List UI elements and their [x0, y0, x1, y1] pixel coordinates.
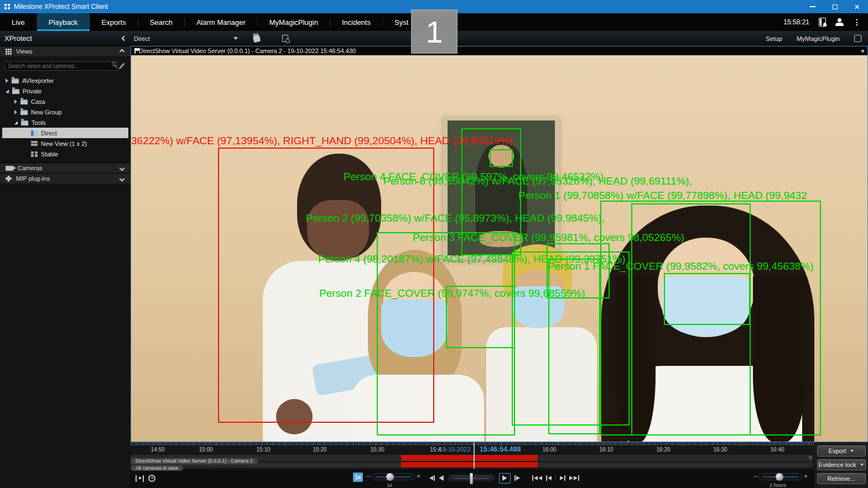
recording-segment[interactable]	[401, 455, 538, 461]
tab-alarm-manager[interactable]: Alarm Manager	[185, 13, 257, 31]
detection-box	[490, 149, 513, 167]
zoom-slider-knob[interactable]	[776, 473, 783, 481]
collapse-arrow-icon[interactable]	[6, 90, 9, 93]
evidence-lock-button[interactable]: Evidence lock	[817, 459, 866, 470]
caret-down-icon	[860, 464, 864, 466]
collapse-pane-icon[interactable]	[122, 36, 127, 41]
app-grid-icon	[4, 4, 10, 9]
view-rows-icon	[31, 141, 38, 146]
speed-badge[interactable]: 1x	[353, 473, 363, 482]
setup-button[interactable]: Setup	[766, 35, 782, 42]
prev-sequence-button[interactable]	[546, 475, 552, 481]
user-icon[interactable]	[835, 18, 844, 26]
search-document-icon[interactable]	[282, 35, 288, 42]
tree-item-label: Casa	[31, 98, 45, 105]
expand-arrow-icon[interactable]	[14, 99, 17, 104]
tree-item-stable[interactable]: Stable	[2, 149, 128, 159]
maximize-button[interactable]	[824, 0, 846, 13]
prev-frame-button[interactable]	[429, 475, 435, 481]
cameras-panel-title: Cameras	[18, 165, 43, 171]
tab-playback[interactable]: Playback	[37, 13, 90, 31]
time-span-clock-icon[interactable]	[148, 475, 155, 482]
camera-tile[interactable]: DirectShow Virtual Video Server (0.0.0.1…	[131, 46, 868, 442]
camera-titlebar: DirectShow Virtual Video Server (0.0.0.1…	[131, 46, 867, 55]
tick-label: 15:20	[313, 447, 326, 453]
tab-search[interactable]: Search	[138, 13, 184, 31]
fullscreen-toggle-icon[interactable]	[854, 35, 861, 42]
shuttle-slider[interactable]	[448, 474, 495, 482]
window-title: Milestone XProtect Smart Client	[14, 3, 108, 11]
minimize-icon	[810, 6, 815, 7]
pane-title: XProtect	[4, 34, 32, 43]
shuttle-handle[interactable]	[470, 473, 473, 484]
collapse-arrow-icon[interactable]	[14, 121, 18, 124]
kebab-menu-icon[interactable]: ⋮	[853, 18, 861, 26]
detection-label-red: 36222%) w/FACE (97,13954%), RIGHT_HAND (…	[131, 135, 516, 147]
timeline-tick-strip[interactable]	[131, 442, 814, 445]
next-sequence-button[interactable]	[560, 475, 565, 481]
search-input[interactable]	[4, 61, 118, 71]
timeline-help-icon[interactable]: ?	[808, 456, 812, 462]
tree-item-casa[interactable]: Casa	[2, 96, 128, 107]
tree-item-new-group[interactable]: New Group	[2, 107, 128, 117]
video-frame[interactable]: 36222%) w/FACE (97,13954%), RIGHT_HAND (…	[131, 55, 867, 442]
maximize-icon	[833, 4, 838, 9]
timeline-track-camera[interactable]: DirectShow Virtual Video Server (0.0.0.1…	[131, 455, 813, 461]
tree-item-aviexporter[interactable]: AVIexporter	[2, 75, 128, 86]
mip-plugins-panel-header[interactable]: MIP plug-ins	[0, 173, 131, 183]
bookmark-flag-icon[interactable]	[134, 48, 136, 54]
view-selector-dropdown[interactable]: Direct	[131, 31, 241, 46]
app-window: Milestone XProtect Smart Client ✕ Live P…	[0, 0, 868, 488]
views-panel-header[interactable]: Views	[0, 46, 131, 56]
tree-item-label: New View (1 x 2)	[41, 140, 87, 147]
speed-slider[interactable]: − +	[365, 472, 422, 481]
recording-segment[interactable]	[401, 462, 538, 468]
view-split-icon	[31, 151, 38, 157]
tree-item-label: Private	[23, 88, 41, 95]
views-grid-icon	[6, 49, 12, 55]
tab-live[interactable]: Live	[0, 13, 37, 31]
tree-item-new-view[interactable]: New View (1 x 2)	[2, 138, 128, 149]
retrieve-button[interactable]: Retrieve...	[817, 473, 866, 484]
tab-incidents[interactable]: Incidents	[330, 13, 382, 31]
tree-item-private[interactable]: Private	[2, 86, 128, 96]
speed-decrease-button[interactable]: −	[365, 473, 371, 480]
timeline-zoom-slider[interactable]: − +	[752, 472, 809, 481]
tab-exports[interactable]: Exports	[90, 13, 138, 31]
evidence-lock-icon[interactable]	[819, 18, 826, 27]
time-selection-icon[interactable]	[136, 475, 144, 482]
export-button[interactable]: Export	[817, 445, 866, 456]
expand-arrow-icon[interactable]	[6, 78, 8, 83]
cameras-panel-header[interactable]: Cameras	[0, 162, 131, 173]
speed-increase-button[interactable]: +	[415, 473, 422, 480]
tree-item-direct[interactable]: Direct	[2, 128, 128, 138]
playhead-cursor[interactable]	[474, 443, 475, 469]
mip-panel-title: MIP plug-ins	[16, 175, 50, 182]
close-icon: ✕	[854, 3, 860, 11]
edit-pen-icon[interactable]	[119, 62, 124, 69]
go-to-end-button[interactable]	[569, 475, 579, 481]
expand-arrow-icon[interactable]	[14, 110, 17, 114]
chevron-up-icon	[119, 49, 125, 54]
tab-mymagicplugin[interactable]: MyMagicPlugin	[258, 13, 330, 31]
speed-slider-knob[interactable]	[386, 473, 394, 481]
play-forward-button[interactable]	[499, 473, 511, 484]
pin-hand-icon[interactable]	[253, 34, 261, 42]
detection-label: Person 2 (99,70358%) w/FACE (95,8973%), …	[306, 212, 605, 224]
zoom-increase-button[interactable]: +	[803, 473, 809, 480]
folder-icon	[20, 110, 28, 115]
playhead-date: 19-10-2022	[439, 446, 470, 453]
timeline[interactable]: 14:50 15:00 15:10 15:20 15:30 15:4 16:00…	[131, 442, 814, 469]
tree-item-tools[interactable]: Tools	[2, 117, 128, 128]
go-to-start-button[interactable]	[532, 475, 542, 481]
detection-label: Person 2 FACE_COVER (99,9747%, covers 99…	[319, 287, 585, 300]
next-frame-button[interactable]	[514, 475, 520, 481]
minimize-button[interactable]	[802, 0, 824, 13]
close-button[interactable]: ✕	[846, 0, 868, 13]
mymagicplugin-button[interactable]: MyMagicPlugin	[797, 35, 840, 42]
zoom-decrease-button[interactable]: −	[752, 473, 758, 480]
folder-icon	[12, 89, 19, 94]
play-backward-button[interactable]	[439, 475, 444, 481]
detection-box	[664, 273, 750, 325]
sidebar: Views AVIexporter Priva	[0, 46, 131, 488]
